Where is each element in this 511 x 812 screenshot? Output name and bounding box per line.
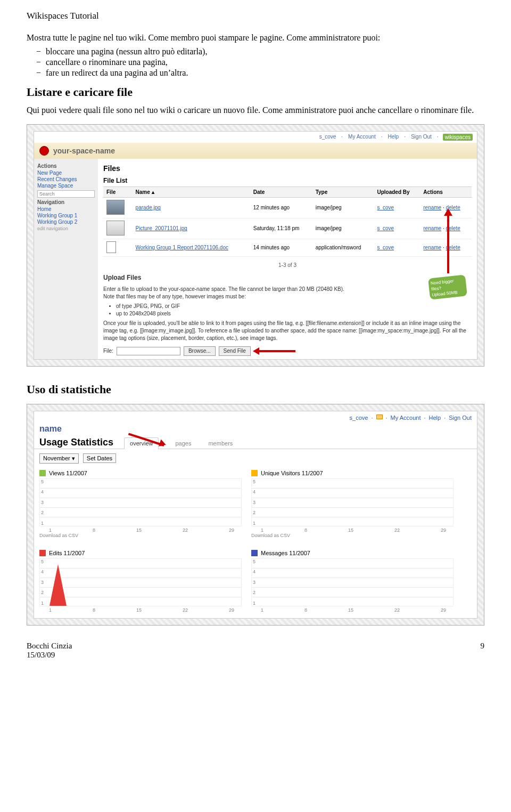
sidebar-wg1[interactable]: Working Group 1	[37, 213, 95, 218]
sidebar-manage[interactable]: Manage Space	[37, 183, 95, 189]
thumbnail-icon	[106, 200, 125, 215]
annotation-arrow-icon	[258, 350, 295, 352]
file-link[interactable]: parade.jpg	[136, 205, 161, 210]
chart-label: Messages 11/2007	[261, 550, 310, 556]
file-link[interactable]: Picture_20071101.jpg	[136, 225, 187, 231]
myaccount-link[interactable]: My Account	[391, 415, 421, 421]
file-path-input[interactable]	[117, 347, 180, 355]
col-actions: Actions	[420, 186, 472, 197]
myaccount-link[interactable]: My Account	[347, 134, 377, 141]
doc-header: Wikispaces Tutorial	[27, 11, 484, 21]
intro-list: −bloccare una pagina (nessun altro può e…	[27, 47, 484, 78]
signout-link[interactable]: Sign Out	[449, 415, 472, 421]
logo-icon	[39, 146, 49, 156]
list-item-text: fare un redirect da una pagina ad un’alt…	[46, 68, 188, 78]
doc-icon	[106, 241, 116, 253]
list-item-text: cancellare o rinominare una pagina,	[46, 58, 168, 67]
table-row: parade.jpg 12 minutes ago image/jpeg s_c…	[103, 197, 472, 218]
sidebar-actions-label: Actions	[37, 163, 95, 169]
sidebar-newpage[interactable]: New Page	[37, 170, 95, 176]
help-link[interactable]: Help	[387, 134, 400, 141]
intro-paragraph: Mostra tutte le pagine nel tuo wiki. Com…	[27, 32, 484, 44]
rename-link[interactable]: rename	[423, 205, 441, 210]
chart-label: Edits 11/2007	[49, 550, 85, 556]
space-name: your-space-name	[53, 147, 115, 155]
brand-badge: wikispaces	[443, 134, 473, 141]
download-csv-link[interactable]: Download as CSV	[39, 533, 242, 538]
month-select[interactable]: November ▾	[39, 453, 79, 464]
file-type: image/jpeg	[312, 197, 374, 218]
page-number: 9	[481, 642, 485, 660]
mail-icon[interactable]	[376, 415, 383, 419]
uploader-link[interactable]: s_cove	[377, 205, 394, 210]
chart-icon	[39, 470, 46, 476]
sidebar: Actions New Page Recent Changes Manage S…	[34, 159, 98, 359]
dash-icon: −	[27, 58, 46, 67]
upload-line2: Note that files may be of any type, howe…	[103, 293, 472, 301]
col-file[interactable]: File	[103, 186, 133, 197]
col-uploadedby[interactable]: Uploaded By	[374, 186, 420, 197]
file-label: File:	[103, 347, 113, 355]
sendfile-button[interactable]: Send File	[219, 346, 251, 356]
edits-chart: 54321	[39, 558, 242, 606]
help-link[interactable]: Help	[429, 415, 441, 421]
col-name[interactable]: Name ▴	[133, 186, 250, 197]
upgrade-badge[interactable]: Need bigger files? Upload 50MB files on …	[428, 274, 467, 299]
visitors-chart: 54321	[251, 478, 454, 526]
rename-link[interactable]: rename	[423, 225, 441, 231]
user-link[interactable]: s_cove	[350, 415, 368, 421]
uploader-link[interactable]: s_cove	[377, 245, 394, 250]
chart-icon	[251, 470, 258, 476]
sidebar-editnav[interactable]: edit navigation	[37, 226, 95, 231]
chart-icon	[251, 550, 258, 556]
dash-icon: −	[27, 47, 46, 56]
sidebar-recent[interactable]: Recent Changes	[37, 176, 95, 182]
search-input[interactable]: Search	[37, 190, 95, 198]
tab-pages[interactable]: pages	[169, 437, 197, 449]
file-type: image/jpeg	[312, 218, 374, 239]
section-title-files: Listare e caricare file	[27, 85, 484, 99]
edits-peak-icon	[50, 564, 67, 606]
col-type[interactable]: Type	[312, 186, 374, 197]
annotation-arrowhead-icon	[253, 347, 259, 355]
file-list-heading: File List	[103, 177, 472, 184]
thumbnail-icon	[106, 221, 125, 236]
sidebar-nav-label: Navigation	[37, 199, 95, 205]
rename-link[interactable]: rename	[423, 245, 441, 250]
uploader-link[interactable]: s_cove	[377, 225, 394, 231]
upload-title: Upload Files	[103, 273, 472, 282]
file-link[interactable]: Working Group 1 Report 20071106.doc	[136, 245, 228, 250]
chart-label: Views 11/2007	[49, 470, 87, 476]
file-type: application/msword	[312, 239, 374, 256]
views-chart: 54321	[39, 478, 242, 526]
annotation-arrowhead-icon	[444, 208, 452, 216]
footer-author: Bocchi Cinzia	[27, 642, 72, 651]
sidebar-home[interactable]: Home	[37, 206, 95, 212]
dash-icon: −	[27, 68, 46, 78]
upload-bullet: of type JPEG, PNG, or GIF	[116, 303, 472, 310]
section-title-stats: Uso di statistiche	[27, 383, 484, 396]
annotation-arrow-icon	[447, 215, 449, 273]
upload-line1: Enter a file to upload to the your-space…	[103, 286, 472, 293]
chart-label: Unique Visitors 11/2007	[261, 470, 323, 476]
tab-members[interactable]: members	[202, 437, 238, 449]
chart-icon	[39, 550, 46, 556]
user-link[interactable]: s_cove	[318, 134, 337, 141]
signout-link[interactable]: Sign Out	[410, 134, 433, 141]
table-row: Picture_20071101.jpg Saturday, 11:18 pm …	[103, 218, 472, 239]
file-date: 14 minutes ago	[250, 239, 312, 256]
col-date[interactable]: Date	[250, 186, 312, 197]
download-csv-link[interactable]: Download as CSV	[251, 533, 454, 538]
stats-title: Usage Statistics	[39, 437, 113, 448]
set-dates-button[interactable]: Set Dates	[83, 453, 116, 463]
pager-text: 1-3 of 3	[103, 260, 472, 270]
section-paragraph: Qui puoi vedere quali file sono nel tuo …	[27, 104, 484, 116]
browse-button[interactable]: Browse...	[184, 346, 216, 356]
upload-line3: Once your file is uploaded, you'll be ab…	[103, 320, 472, 342]
upload-bullet: up to 2048x2048 pixels	[116, 310, 472, 318]
file-date: 12 minutes ago	[250, 197, 312, 218]
messages-chart: 54321	[251, 558, 454, 606]
sidebar-wg2[interactable]: Working Group 2	[37, 219, 95, 225]
space-name-fragment: name	[34, 424, 477, 434]
screenshot-files: s_cove· My Account· Help· Sign Out· wiki…	[27, 124, 484, 367]
